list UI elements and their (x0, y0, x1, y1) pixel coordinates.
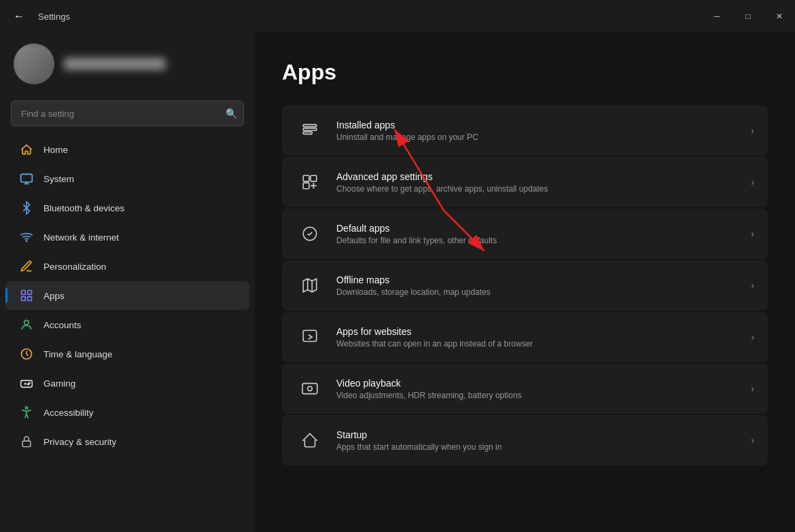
setting-item-startup[interactable]: StartupApps that start automatically whe… (282, 415, 768, 465)
svg-rect-7 (28, 297, 32, 301)
sidebar-item-label-gaming: Gaming (43, 378, 75, 389)
back-button[interactable]: ← (8, 5, 30, 27)
sidebar-item-label-personalization: Personalization (43, 262, 106, 272)
svg-rect-22 (303, 183, 309, 189)
user-profile[interactable] (0, 33, 255, 95)
sidebar-item-privacy[interactable]: Privacy & security (5, 427, 249, 456)
home-icon (19, 142, 34, 157)
svg-point-14 (28, 384, 29, 385)
setting-item-advanced-app-settings[interactable]: Advanced app settingsChoose where to get… (282, 157, 768, 207)
advanced-app-settings-chevron-icon: › (751, 177, 754, 188)
sidebar-item-accounts[interactable]: Accounts (5, 311, 249, 339)
svg-rect-19 (303, 132, 312, 134)
svg-point-8 (24, 320, 29, 325)
sidebar-item-label-accessibility: Accessibility (43, 408, 94, 418)
video-playback-subtitle: Video adjustments, HDR streaming, batter… (336, 391, 744, 400)
sidebar-item-bluetooth[interactable]: Bluetooth & devices (5, 194, 249, 222)
default-apps-chevron-icon: › (751, 228, 754, 239)
sidebar-item-label-system: System (43, 174, 74, 184)
apps-for-websites-subtitle: Websites that can open in an app instead… (336, 339, 744, 349)
sidebar-item-label-bluetooth: Bluetooth & devices (43, 203, 124, 213)
startup-text: StartupApps that start automatically whe… (336, 429, 744, 452)
offline-maps-title: Offline maps (336, 274, 744, 285)
sidebar-item-label-home: Home (43, 145, 68, 155)
svg-rect-18 (303, 128, 317, 130)
video-playback-chevron-icon: › (751, 383, 754, 394)
content-area: Apps Installed appsUninstall and manage … (255, 33, 795, 532)
advanced-app-settings-text: Advanced app settingsChoose where to get… (336, 171, 744, 194)
svg-rect-17 (303, 124, 317, 126)
content-wrapper: Apps Installed appsUninstall and manage … (282, 60, 768, 465)
installed-apps-text: Installed appsUninstall and manage apps … (336, 120, 744, 142)
default-apps-icon (296, 219, 324, 248)
page-title: Apps (282, 60, 768, 85)
offline-maps-chevron-icon: › (751, 280, 754, 291)
svg-point-3 (26, 241, 27, 242)
video-playback-icon (296, 374, 324, 403)
system-icon (19, 171, 34, 186)
nav-list: HomeSystemBluetooth & devicesNetwork & i… (0, 135, 255, 457)
accessibility-icon (19, 405, 34, 420)
advanced-app-settings-icon (296, 168, 324, 196)
svg-point-15 (25, 407, 27, 409)
sidebar-item-accessibility[interactable]: Accessibility (5, 398, 249, 427)
sidebar-item-label-time: Time & language (43, 349, 113, 359)
sidebar-item-time[interactable]: Time & language (5, 340, 249, 368)
setting-item-apps-for-websites[interactable]: Apps for websitesWebsites that can open … (282, 312, 768, 362)
settings-list: Installed appsUninstall and manage apps … (282, 105, 768, 465)
svg-rect-6 (22, 297, 26, 301)
setting-item-video-playback[interactable]: Video playbackVideo adjustments, HDR str… (282, 363, 768, 414)
startup-subtitle: Apps that start automatically when you s… (336, 442, 744, 452)
sidebar-item-apps[interactable]: Apps (5, 281, 249, 310)
search-input[interactable] (11, 101, 244, 126)
close-button[interactable]: ✕ (764, 5, 795, 27)
svg-rect-4 (22, 291, 26, 295)
setting-item-default-apps[interactable]: Default appsDefaults for file and link t… (282, 209, 768, 259)
setting-item-installed-apps[interactable]: Installed appsUninstall and manage apps … (282, 105, 768, 156)
svg-rect-21 (311, 175, 317, 181)
svg-rect-0 (21, 174, 33, 182)
sidebar-item-label-privacy: Privacy & security (43, 437, 116, 447)
setting-item-offline-maps[interactable]: Offline mapsDownloads, storage location,… (282, 260, 768, 311)
sidebar-item-network[interactable]: Network & internet (5, 223, 249, 251)
user-name-blurred (64, 58, 166, 70)
startup-icon (296, 426, 324, 455)
svg-rect-16 (22, 441, 31, 446)
accounts-icon (19, 317, 34, 332)
apps-icon (19, 288, 34, 303)
installed-apps-subtitle: Uninstall and manage apps on your PC (336, 132, 744, 142)
advanced-app-settings-title: Advanced app settings (336, 171, 744, 182)
offline-maps-subtitle: Downloads, storage location, map updates (336, 287, 744, 297)
titlebar-left: ← Settings (8, 5, 70, 27)
apps-for-websites-icon (296, 323, 324, 351)
sidebar-item-system[interactable]: System (5, 164, 249, 193)
maximize-button[interactable]: □ (732, 5, 764, 27)
apps-for-websites-text: Apps for websitesWebsites that can open … (336, 326, 744, 349)
video-playback-text: Video playbackVideo adjustments, HDR str… (336, 378, 744, 400)
search-icon: 🔍 (226, 108, 237, 119)
search-bar: 🔍 (11, 101, 244, 126)
offline-maps-text: Offline mapsDownloads, storage location,… (336, 274, 744, 297)
titlebar-title: Settings (38, 12, 70, 22)
default-apps-text: Default appsDefaults for file and link t… (336, 223, 744, 245)
network-icon (19, 230, 34, 245)
installed-apps-title: Installed apps (336, 120, 744, 130)
minimize-button[interactable]: ─ (701, 5, 732, 27)
sidebar-item-label-accounts: Accounts (43, 320, 82, 330)
svg-point-28 (308, 387, 313, 391)
time-icon (19, 347, 34, 361)
apps-for-websites-title: Apps for websites (336, 326, 744, 337)
startup-chevron-icon: › (751, 435, 754, 446)
sidebar-item-label-apps: Apps (43, 291, 65, 301)
apps-for-websites-chevron-icon: › (751, 332, 754, 342)
advanced-app-settings-subtitle: Choose where to get apps, archive apps, … (336, 184, 744, 194)
sidebar-item-personalization[interactable]: Personalization (5, 252, 249, 281)
avatar (14, 43, 54, 84)
privacy-icon (19, 434, 34, 449)
svg-rect-27 (302, 383, 317, 393)
offline-maps-icon (296, 271, 324, 300)
sidebar-item-gaming[interactable]: Gaming (5, 369, 249, 397)
gaming-icon (19, 376, 34, 391)
sidebar-item-home[interactable]: Home (5, 135, 249, 164)
default-apps-subtitle: Defaults for file and link types, other … (336, 236, 744, 245)
